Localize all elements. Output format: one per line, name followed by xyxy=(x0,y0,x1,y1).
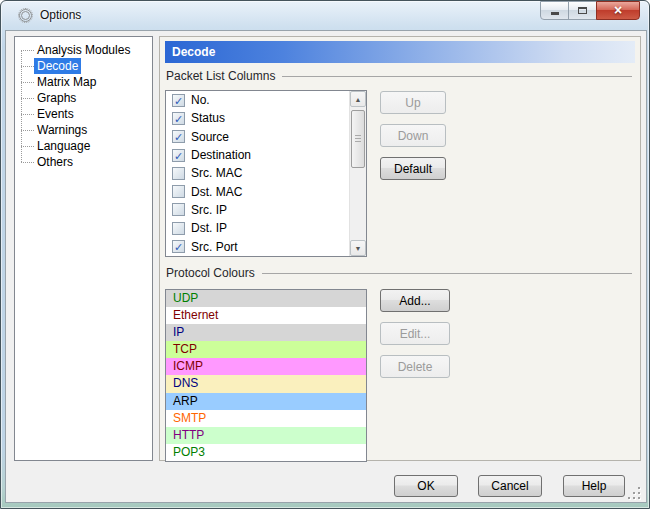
tree-item-warnings[interactable]: Warnings xyxy=(15,122,152,138)
tree-connector-icon xyxy=(21,82,34,83)
column-row-no[interactable]: ✓No. xyxy=(166,91,349,109)
close-button[interactable]: × xyxy=(596,1,640,20)
checkbox-checked-icon[interactable]: ✓ xyxy=(172,149,185,162)
sidebar-panel: Analysis ModulesDecodeMatrix MapGraphsEv… xyxy=(14,36,153,461)
tree-item-matrix-map[interactable]: Matrix Map xyxy=(15,74,152,90)
column-label: Source xyxy=(191,130,229,144)
page-title: Decode xyxy=(165,41,635,63)
column-label: Src. Port xyxy=(191,240,238,254)
tree-connector-icon xyxy=(21,162,34,163)
sidebar-tree: Analysis ModulesDecodeMatrix MapGraphsEv… xyxy=(15,37,152,170)
cancel-button[interactable]: Cancel xyxy=(478,475,542,497)
checkbox-checked-icon[interactable]: ✓ xyxy=(172,240,185,253)
column-row-dst-mac[interactable]: Dst. MAC xyxy=(166,182,349,200)
protocol-colours-group: Protocol Colours xyxy=(166,265,632,281)
protocol-row-smtp[interactable]: SMTP xyxy=(166,410,366,427)
tree-connector-icon xyxy=(21,66,34,67)
protocol-row-pop3[interactable]: POP3 xyxy=(166,444,366,461)
window-title: Options xyxy=(40,8,81,22)
protocol-row-dns[interactable]: DNS xyxy=(166,375,366,392)
tree-connector-icon xyxy=(21,50,34,51)
help-button[interactable]: Help xyxy=(563,475,625,497)
checkbox-unchecked-icon[interactable] xyxy=(172,185,185,198)
protocol-row-tcp[interactable]: TCP xyxy=(166,341,366,358)
gear-icon xyxy=(19,9,32,22)
scroll-down-button[interactable]: ▼ xyxy=(350,240,366,256)
scrollbar[interactable]: ▲ ▼ xyxy=(349,91,366,256)
resize-grip[interactable] xyxy=(628,487,640,499)
tree-item-label: Language xyxy=(34,138,93,154)
tree-connector-icon xyxy=(21,146,34,147)
column-label: Dst. MAC xyxy=(191,185,242,199)
ok-button[interactable]: OK xyxy=(394,475,458,497)
scroll-up-button[interactable]: ▲ xyxy=(350,91,366,107)
checkbox-checked-icon[interactable]: ✓ xyxy=(172,112,185,125)
tree-item-label: Graphs xyxy=(34,90,79,106)
column-label: Src. MAC xyxy=(191,166,242,180)
tree-item-analysis-modules[interactable]: Analysis Modules xyxy=(15,42,152,58)
tree-item-label: Matrix Map xyxy=(34,74,99,90)
column-label: Destination xyxy=(191,148,251,162)
protocol-colours-label: Protocol Colours xyxy=(166,266,255,280)
minimize-icon xyxy=(551,12,559,15)
packet-columns-label: Packet List Columns xyxy=(166,69,275,83)
protocol-row-ip[interactable]: IP xyxy=(166,324,366,341)
group-separator-line xyxy=(282,76,632,77)
scroll-up-icon: ▲ xyxy=(355,96,362,103)
maximize-button[interactable] xyxy=(568,1,597,20)
options-dialog: Options × Analysis ModulesDecodeMatrix M… xyxy=(0,0,650,509)
title-bar[interactable]: Options × xyxy=(2,1,648,30)
scroll-down-icon: ▼ xyxy=(355,245,362,252)
tree-item-label: Warnings xyxy=(34,122,90,138)
protocol-row-icmp[interactable]: ICMP xyxy=(166,358,366,375)
column-row-dst-ip[interactable]: Dst. IP xyxy=(166,219,349,237)
tree-connector-icon xyxy=(21,130,34,131)
checkbox-checked-icon[interactable]: ✓ xyxy=(172,94,185,107)
column-label: Status xyxy=(191,111,225,125)
decode-settings-panel: Decode Packet List Columns ✓No.✓Status✓S… xyxy=(159,36,641,461)
tree-item-graphs[interactable]: Graphs xyxy=(15,90,152,106)
tree-item-language[interactable]: Language xyxy=(15,138,152,154)
packet-columns-group: Packet List Columns xyxy=(166,68,632,84)
tree-item-events[interactable]: Events xyxy=(15,106,152,122)
checkbox-unchecked-icon[interactable] xyxy=(172,167,185,180)
add-button[interactable]: Add... xyxy=(380,289,450,312)
checkbox-unchecked-icon[interactable] xyxy=(172,222,185,235)
protocol-row-udp[interactable]: UDP xyxy=(166,290,366,307)
delete-button: Delete xyxy=(380,355,450,378)
protocol-row-http[interactable]: HTTP xyxy=(166,427,366,444)
protocol-row-arp[interactable]: ARP xyxy=(166,393,366,410)
column-label: Src. IP xyxy=(191,203,227,217)
tree-item-label: Decode xyxy=(34,58,81,74)
maximize-icon xyxy=(578,7,587,14)
checkbox-checked-icon[interactable]: ✓ xyxy=(172,130,185,143)
edit-button: Edit... xyxy=(380,322,450,345)
packet-columns-listbox[interactable]: ✓No.✓Status✓Source✓DestinationSrc. MACDs… xyxy=(165,90,367,257)
down-button: Down xyxy=(380,124,446,147)
minimize-button[interactable] xyxy=(540,1,569,20)
scrollbar-thumb[interactable] xyxy=(351,110,365,168)
close-icon: × xyxy=(614,2,622,19)
column-row-source[interactable]: ✓Source xyxy=(166,128,349,146)
default-button[interactable]: Default xyxy=(380,157,446,180)
column-row-status[interactable]: ✓Status xyxy=(166,109,349,127)
group-separator-line xyxy=(262,273,632,274)
up-button: Up xyxy=(380,91,446,114)
tree-item-label: Others xyxy=(34,154,76,170)
tree-item-label: Events xyxy=(34,106,77,122)
tree-item-decode[interactable]: Decode xyxy=(15,58,152,74)
column-row-destination[interactable]: ✓Destination xyxy=(166,146,349,164)
packet-columns-list: ✓No.✓Status✓Source✓DestinationSrc. MACDs… xyxy=(166,91,366,256)
protocol-colours-list[interactable]: UDPEthernetIPTCPICMPDNSARPSMTPHTTPPOP3 xyxy=(165,289,367,462)
tree-item-others[interactable]: Others xyxy=(15,154,152,170)
column-row-src-ip[interactable]: Src. IP xyxy=(166,201,349,219)
caption-buttons: × xyxy=(541,1,640,20)
column-row-src-mac[interactable]: Src. MAC xyxy=(166,164,349,182)
checkbox-unchecked-icon[interactable] xyxy=(172,203,185,216)
protocol-row-ethernet[interactable]: Ethernet xyxy=(166,307,366,324)
column-row-src-port[interactable]: ✓Src. Port xyxy=(166,237,349,255)
tree-line xyxy=(21,50,22,162)
protocol-buttons: Add...Edit...Delete xyxy=(380,289,450,388)
column-label: No. xyxy=(191,93,210,107)
tree-connector-icon xyxy=(21,114,34,115)
